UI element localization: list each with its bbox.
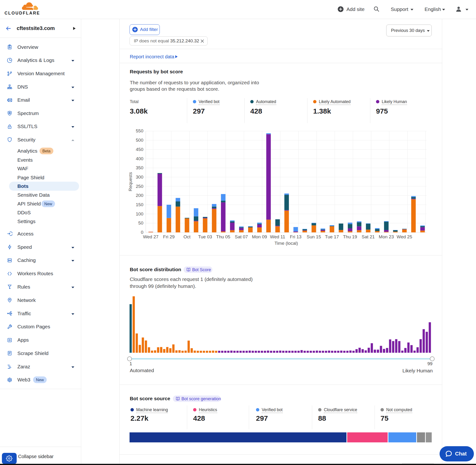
- svg-text:Sun 15: Sun 15: [307, 234, 321, 239]
- svg-text:450: 450: [136, 147, 143, 152]
- svg-text:Sat 21: Sat 21: [362, 234, 375, 239]
- svg-text:400: 400: [136, 156, 143, 161]
- svg-text:Oct: Oct: [183, 234, 190, 239]
- svg-text:Wed 11: Wed 11: [270, 234, 285, 239]
- svg-text:Fri 29: Fri 29: [163, 234, 175, 239]
- svg-text:0: 0: [141, 230, 143, 235]
- svg-text:Wed 25: Wed 25: [397, 234, 412, 239]
- svg-text:Mon 23: Mon 23: [379, 234, 394, 239]
- svg-text:Thu 19: Thu 19: [343, 234, 357, 239]
- svg-text:200: 200: [136, 193, 143, 198]
- svg-text:500: 500: [136, 137, 143, 143]
- svg-text:Tue 03: Tue 03: [198, 234, 212, 239]
- svg-text:550: 550: [136, 128, 143, 133]
- svg-text:50: 50: [138, 221, 143, 225]
- svg-text:Fri 13: Fri 13: [290, 234, 302, 239]
- svg-text:300: 300: [136, 175, 143, 180]
- svg-text:Mon 09: Mon 09: [252, 234, 267, 239]
- svg-text:Wed 27: Wed 27: [143, 234, 158, 239]
- svg-text:250: 250: [136, 184, 143, 189]
- svg-text:Thu 05: Thu 05: [216, 234, 230, 239]
- svg-text:150: 150: [136, 202, 143, 207]
- svg-text:Sat 07: Sat 07: [235, 234, 248, 239]
- svg-text:Requests: Requests: [128, 172, 133, 191]
- svg-text:100: 100: [136, 211, 143, 216]
- svg-text:Tue 17: Tue 17: [325, 234, 339, 239]
- svg-text:Time (local): Time (local): [275, 241, 298, 246]
- svg-text:350: 350: [136, 165, 143, 170]
